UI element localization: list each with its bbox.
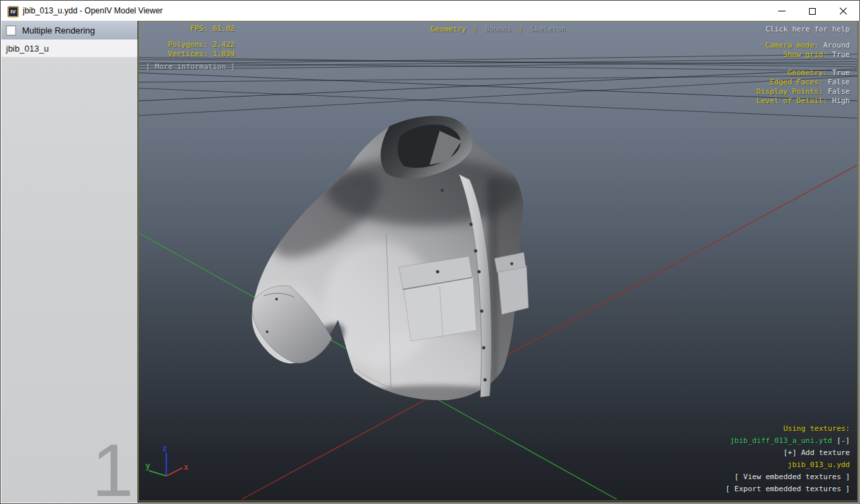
edged-faces-value: False	[828, 78, 850, 86]
model-file-name: jbib_013_u.ydd	[726, 459, 850, 471]
title-bar: IV jbib_013_u.ydd - OpenIV Model Viewer	[1, 1, 859, 21]
show-grid-value: True	[832, 50, 851, 59]
model-list-sidebar: Multiple Rendering jbib_013_u 1	[1, 21, 138, 503]
tab-separator: |	[519, 25, 523, 34]
sidebar-watermark: 1	[92, 433, 133, 503]
geometry-toggle-label: Geometry:	[788, 68, 828, 77]
level-of-detail-value: High	[832, 97, 851, 105]
display-points-value: False	[828, 87, 850, 96]
model-list-item[interactable]: jbib_013_u	[1, 40, 138, 58]
multiple-rendering-checkbox[interactable]	[6, 25, 16, 36]
tab-separator: |	[473, 25, 478, 34]
level-of-detail-label: Level of Detail:	[757, 97, 828, 105]
show-grid-label: Show grid:	[783, 50, 827, 59]
window-controls	[766, 1, 859, 21]
using-textures-heading: Using textures:	[726, 423, 850, 435]
help-overlay: Click here for help Camera mode:Around S…	[765, 25, 850, 60]
vertices-value: 1,839	[213, 50, 235, 58]
axis-gizmo: z y x	[146, 444, 189, 476]
display-points-label: Display Points:	[757, 87, 823, 96]
axis-z-label: z	[162, 444, 167, 453]
geometry-toggle-value: True	[832, 68, 851, 77]
axis-y-label: y	[146, 461, 150, 470]
minimize-icon	[778, 11, 786, 11]
add-texture-button[interactable]: [+] Add texture	[726, 447, 850, 459]
edged-faces-label: Edged Faces:	[769, 78, 822, 86]
viewport-tabs: Geometry | Bounds | Skeleton	[139, 25, 857, 34]
camera-mode-value: Around	[823, 41, 850, 50]
shirt-model	[249, 115, 539, 407]
view-embedded-textures-button[interactable]: [ View embedded textures ]	[726, 471, 850, 483]
multiple-rendering-label: Multiple Rendering	[22, 25, 95, 36]
minimize-button[interactable]	[766, 1, 797, 21]
shirt-pocket	[399, 257, 477, 341]
tab-geometry[interactable]: Geometry	[431, 25, 466, 34]
multiple-rendering-row: Multiple Rendering	[1, 21, 138, 40]
tab-bounds[interactable]: Bounds	[485, 25, 512, 34]
app-window: IV jbib_013_u.ydd - OpenIV Model Viewer …	[0, 0, 860, 504]
export-embedded-textures-button[interactable]: [ Export embedded textures ]	[726, 483, 850, 495]
more-information-link[interactable]: [ More information ]	[145, 62, 235, 72]
display-settings-overlay: Geometry:True Edged Faces:False Display …	[757, 68, 850, 106]
maximize-icon	[809, 8, 816, 15]
openiv-app-icon: IV	[7, 6, 19, 17]
window-title: jbib_013_u.ydd - OpenIV Model Viewer	[23, 1, 163, 21]
model-list-item-label: jbib_013_u	[6, 44, 49, 54]
maximize-button[interactable]	[797, 1, 828, 21]
polygons-value: 2,422	[213, 40, 235, 49]
texture-file-link[interactable]: jbib_diff_013_a_uni.ytd	[730, 436, 832, 445]
textures-overlay: Using textures: jbib_diff_013_a_uni.ytd …	[726, 423, 850, 495]
camera-mode-label: Camera mode:	[765, 41, 818, 50]
help-link[interactable]: Click here for help	[765, 25, 850, 34]
axis-x-label: x	[184, 462, 189, 472]
model-viewport: z y x FPS:61.02 Polygons:2,422 Vertices:…	[138, 21, 858, 501]
close-button[interactable]	[828, 1, 859, 21]
remove-texture-button[interactable]: [-]	[837, 436, 850, 445]
vertices-label: Vertices:	[168, 50, 208, 58]
tab-skeleton[interactable]: Skeleton	[530, 25, 566, 34]
grid-horizon-lines	[139, 54, 857, 119]
close-icon	[839, 7, 847, 15]
polygons-label: Polygons:	[168, 40, 208, 49]
